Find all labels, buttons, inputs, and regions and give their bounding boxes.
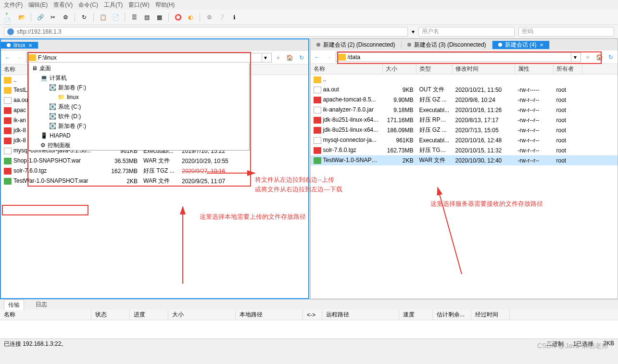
xfer-col[interactable]: 远程路径 [322, 310, 399, 320]
file-row[interactable]: Shop-1.0-SNAPSHOT.war36.53MBWAR 文件2020/1… [1, 156, 308, 166]
bookmark-icon[interactable]: ★ [583, 52, 593, 62]
reconnect-icon[interactable]: ↻ [79, 12, 89, 23]
view-list-icon[interactable]: ☰ [129, 12, 139, 23]
dropdown-item[interactable]: 📁linux [29, 92, 249, 102]
remote-file-header: 名称 大小 类型 修改时间 属性 所有者 [311, 64, 618, 75]
home-icon[interactable]: 🏠 [594, 52, 604, 62]
forward-icon[interactable]: → [324, 52, 334, 62]
tab-log[interactable]: 日志 [32, 300, 51, 310]
back-icon[interactable]: ← [3, 53, 13, 63]
col-name[interactable]: 名称 [311, 64, 383, 74]
dropdown-item[interactable]: ⚙控制面板 [29, 140, 249, 150]
xfer-col[interactable]: <-> [303, 310, 322, 320]
file-row[interactable]: mysql-connector-ja...961KBExecutabl...20… [311, 135, 618, 145]
file-row[interactable]: jdk-8u251-linux-x64...171.16MB好压 RPM...2… [311, 115, 618, 125]
xfer-col[interactable]: 大小 [168, 310, 236, 320]
remote-nav: ← → ▾ ★ 🏠 ↻ [311, 50, 618, 64]
properties-icon[interactable]: ⚙ [60, 12, 71, 23]
xfer-col[interactable]: 经过时间 [471, 310, 510, 320]
dropdown-item[interactable]: 💽新加卷 (F:) [29, 83, 249, 92]
col-attr[interactable]: 属性 [515, 64, 554, 74]
about-icon[interactable]: ℹ [229, 12, 240, 23]
menu-help[interactable]: 帮助(H) [155, 1, 175, 9]
file-row[interactable]: jdk-8u251-linux-x64...186.09MB好压 GZ ...2… [311, 125, 618, 135]
xfer-col[interactable]: 进度 [130, 310, 168, 320]
help-icon[interactable]: ❔ [216, 12, 227, 23]
view-icons-icon[interactable]: ▦ [154, 12, 164, 23]
status-connection: 已连接 192.168.1.3:22。 [4, 340, 67, 348]
folder-icon [28, 54, 36, 61]
options-icon[interactable]: ⚙ [204, 12, 214, 23]
disconnect-icon[interactable]: ✂ [48, 12, 58, 23]
remote-tab[interactable]: 新建会话 (3) (Disconnected) [402, 41, 492, 49]
refresh-icon[interactable]: ↻ [606, 52, 616, 62]
file-row[interactable]: apache-tomcat-8.5...9.90MB好压 GZ ...2020/… [311, 95, 618, 105]
xfer-col[interactable]: 状态 [91, 310, 130, 320]
file-row[interactable]: ik-analyzer-7.6.0.jar9.18MBExecutabl...2… [311, 105, 618, 115]
dropdown-item[interactable]: 📱HIAPAD [29, 131, 249, 140]
remote-tab[interactable]: 新建会话 (4)✕ [492, 41, 550, 49]
back-icon[interactable]: ← [313, 52, 322, 62]
new-session-icon[interactable]: ＋📄 [4, 12, 14, 23]
main-toolbar: ＋📄 📂 🔗 ✂ ⚙ ↻ 📋 📄 ☰ ▤ ▦ ⭕ ◐ ⚙ ❔ ℹ [0, 10, 618, 25]
paste-icon[interactable]: 📄 [110, 12, 121, 23]
local-path-input[interactable]: ▾ [26, 53, 272, 63]
file-row[interactable]: solr-7.6.0.tgz162.73MB好压 TGZ ...2020/9/2… [1, 166, 308, 176]
chevron-down-icon[interactable]: ▾ [262, 53, 269, 62]
password-input[interactable]: 密码 [518, 27, 615, 37]
file-row[interactable]: aa.out9KBOUT 文件2020/10/21, 11:50-rw-r---… [311, 85, 618, 95]
col-modified[interactable]: 修改时间 [453, 64, 515, 74]
close-icon[interactable]: ✕ [28, 43, 32, 48]
file-row[interactable]: .. [311, 75, 618, 85]
col-type[interactable]: 类型 [416, 64, 453, 74]
dropdown-item[interactable]: 💽新加卷 (F:) [29, 121, 249, 131]
view-detail-icon[interactable]: ▤ [141, 12, 152, 23]
remote-path-input[interactable]: ▾ [336, 52, 581, 62]
tab-transfer[interactable]: 传输 [4, 300, 24, 310]
dropdown-item[interactable]: 🖥桌面 [29, 63, 249, 73]
menu-file[interactable]: 文件(F) [4, 1, 23, 9]
username-input[interactable]: 用户名 [418, 27, 515, 37]
menu-edit[interactable]: 编辑(E) [28, 1, 48, 9]
connect-icon[interactable]: 🔗 [35, 12, 46, 23]
bookmark-icon[interactable]: ★ [274, 53, 283, 63]
watermark: CSDN @Java-呆萌老师 [537, 342, 608, 351]
refresh-icon[interactable]: ↻ [297, 53, 306, 63]
local-path-text[interactable] [38, 54, 262, 61]
folder-icon [338, 54, 346, 61]
file-row[interactable]: TestWar-1.0-SNAPS...2KBWAR 文件2020/10/30,… [311, 155, 618, 165]
xfer-col[interactable]: 本地路径 [236, 310, 303, 320]
col-size[interactable]: 大小 [383, 64, 416, 74]
address-input[interactable]: sftp://192.168.1.3 [4, 27, 408, 37]
remote-file-list[interactable]: ..aa.out9KBOUT 文件2020/10/21, 11:50-rw-r-… [311, 75, 618, 299]
remote-path-text[interactable] [348, 54, 571, 61]
dropdown-item[interactable]: 💽软件 (D:) [29, 112, 249, 121]
chevron-down-icon[interactable]: ▾ [571, 53, 579, 62]
sync-icon[interactable]: ⭕ [173, 12, 183, 23]
home-icon[interactable]: 🏠 [285, 53, 295, 63]
forward-icon[interactable]: → [14, 53, 24, 63]
globe-icon [7, 28, 14, 35]
open-icon[interactable]: 📂 [16, 12, 27, 23]
xfer-col[interactable]: 名称 [0, 310, 91, 320]
remote-tab[interactable]: 新建会话 (2) (Disconnected) [311, 41, 402, 49]
xfer-col[interactable]: 估计剩余... [433, 310, 471, 320]
dropdown-item[interactable]: 💻计算机 [29, 73, 249, 83]
path-dropdown[interactable]: 🖥桌面💻计算机💽新加卷 (F:)📁linux💽系统 (C:)💽软件 (D:)💽新… [28, 63, 250, 151]
xfer-col[interactable]: 速度 [399, 310, 433, 320]
menu-view[interactable]: 查看(V) [53, 1, 73, 9]
col-owner[interactable]: 所有者 [554, 64, 582, 74]
menu-window[interactable]: 窗口(W) [128, 1, 149, 9]
local-tab-linux[interactable]: linux ✕ [1, 42, 38, 49]
address-dropdown-icon[interactable]: ▾ [412, 28, 415, 35]
local-nav: ← → ▾ ★ 🏠 ↻ [1, 51, 308, 64]
file-row[interactable]: TestWar-1.0-SNAPSHOT.war2KBWAR 文件2020/9/… [1, 176, 308, 186]
copy-icon[interactable]: 📋 [98, 12, 108, 23]
menu-cmd[interactable]: 命令(C) [78, 1, 98, 9]
menu-tools[interactable]: 工具(T) [104, 1, 123, 9]
compare-icon[interactable]: ◐ [185, 12, 196, 23]
tab-label: linux [13, 42, 25, 49]
dropdown-item[interactable]: 💽系统 (C:) [29, 102, 249, 112]
file-row[interactable]: solr-7.6.0.tgz162.73MB好压 TGZ ...2020/10/… [311, 145, 618, 155]
menu-bar: 文件(F) 编辑(E) 查看(V) 命令(C) 工具(T) 窗口(W) 帮助(H… [0, 0, 618, 10]
